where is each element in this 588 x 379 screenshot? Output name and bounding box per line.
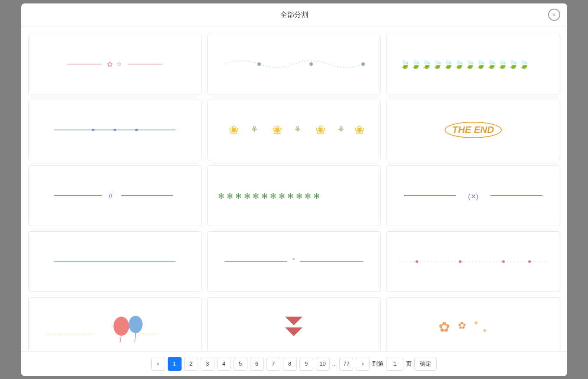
svg-marker-41 (285, 317, 302, 325)
the-end-decoration: THE END (445, 122, 502, 138)
goto-label: 到第 (372, 360, 383, 368)
items-grid: ✿ ✿ 🍃🍃🍃� (28, 34, 560, 351)
svg-text:⚘: ⚘ (294, 125, 302, 134)
svg-point-9 (92, 129, 94, 131)
page-5-button[interactable]: 5 (234, 357, 247, 371)
page-confirm-button[interactable]: 确定 (414, 357, 437, 371)
page-unit: 页 (406, 360, 412, 368)
list-item[interactable]: ✿ ✿ (28, 34, 202, 94)
svg-point-33 (502, 260, 505, 263)
svg-text:✿: ✿ (439, 319, 450, 335)
page-3-button[interactable]: 3 (201, 357, 214, 371)
next-page-button[interactable]: › (356, 357, 370, 371)
list-item[interactable] (28, 231, 202, 292)
svg-text:✦: ✦ (482, 327, 487, 334)
modal-body: ✿ ✿ 🍃🍃🍃� (21, 27, 567, 351)
svg-text:(✕): (✕) (468, 193, 478, 200)
svg-point-31 (416, 260, 418, 263)
list-item[interactable] (207, 297, 381, 351)
list-item[interactable] (386, 231, 560, 292)
svg-text:🍃🍃🍃🍃🍃🍃🍃🍃🍃🍃🍃🍃: 🍃🍃🍃🍃🍃🍃🍃🍃🍃🍃🍃🍃 (400, 59, 530, 69)
svg-text:⚘: ⚘ (250, 125, 258, 134)
svg-text:✿: ✿ (117, 61, 121, 67)
list-item[interactable]: ❀ ⚘ ❀ ⚘ ❀ ⚘ ❀ (207, 100, 381, 160)
list-item[interactable] (207, 34, 381, 94)
list-item[interactable]: // (28, 165, 202, 226)
page-10-button[interactable]: 10 (316, 357, 330, 371)
modal-footer: ‹ 1 2 3 4 5 6 7 8 9 10 ... 77 › 到第 页 确定 (21, 351, 567, 376)
svg-text:✦: ✦ (473, 319, 479, 327)
list-item[interactable]: 🍃🍃🍃🍃🍃🍃🍃🍃🍃🍃🍃🍃 (386, 34, 560, 94)
svg-point-36 (114, 317, 129, 336)
svg-point-4 (257, 62, 261, 66)
list-item[interactable]: THE END (386, 100, 560, 160)
svg-marker-42 (285, 327, 302, 336)
modal-overlay: 全部分割 × ✿ ✿ (0, 0, 588, 379)
list-item[interactable]: ≡ (207, 231, 381, 292)
page-2-button[interactable]: 2 (184, 357, 198, 371)
list-item[interactable]: ✿ ✿ ✦ ✦ (386, 297, 560, 351)
modal-header: 全部分割 × (21, 3, 567, 27)
list-item[interactable]: (✕) (386, 165, 560, 226)
svg-line-37 (120, 336, 121, 343)
page-9-button[interactable]: 9 (299, 357, 313, 371)
page-1-button[interactable]: 1 (168, 357, 182, 371)
svg-text:❀: ❀ (315, 123, 325, 137)
svg-point-38 (129, 316, 143, 333)
modal-close-button[interactable]: × (548, 9, 560, 21)
list-item[interactable] (28, 100, 202, 160)
page-8-button[interactable]: 8 (283, 357, 297, 371)
list-item[interactable]: ✻ ✻ ✻ ✻ ✻ ✻ ✻ ✻ ✻ ✻ ✻ ✻ (207, 165, 381, 226)
svg-text:⚘: ⚘ (337, 125, 345, 134)
svg-text:✿: ✿ (107, 61, 113, 68)
svg-point-10 (114, 129, 116, 131)
svg-text:✿: ✿ (458, 320, 466, 331)
page-4-button[interactable]: 4 (217, 357, 231, 371)
svg-point-11 (135, 129, 138, 131)
svg-text:❀: ❀ (229, 123, 239, 137)
modal-title: 全部分割 (280, 10, 308, 19)
list-item[interactable] (28, 297, 202, 351)
modal-dialog: 全部分割 × ✿ ✿ (21, 3, 567, 376)
svg-line-39 (135, 333, 136, 343)
page-ellipsis: ... (332, 360, 337, 367)
svg-point-6 (361, 62, 365, 66)
page-goto-input[interactable] (386, 357, 403, 371)
svg-text:✻ ✻ ✻ ✻ ✻ ✻ ✻ ✻ ✻ ✻ ✻ ✻: ✻ ✻ ✻ ✻ ✻ ✻ ✻ ✻ ✻ ✻ ✻ ✻ (218, 192, 320, 201)
prev-page-button[interactable]: ‹ (151, 357, 165, 371)
page-last-button[interactable]: 77 (339, 357, 353, 371)
svg-text:❀: ❀ (272, 123, 282, 137)
svg-text://: // (109, 192, 113, 200)
svg-text:≡: ≡ (293, 256, 296, 261)
svg-text:❀: ❀ (354, 123, 364, 137)
svg-point-32 (459, 260, 461, 263)
page-7-button[interactable]: 7 (266, 357, 280, 371)
svg-point-5 (309, 62, 313, 66)
page-6-button[interactable]: 6 (250, 357, 264, 371)
svg-point-34 (528, 260, 531, 263)
